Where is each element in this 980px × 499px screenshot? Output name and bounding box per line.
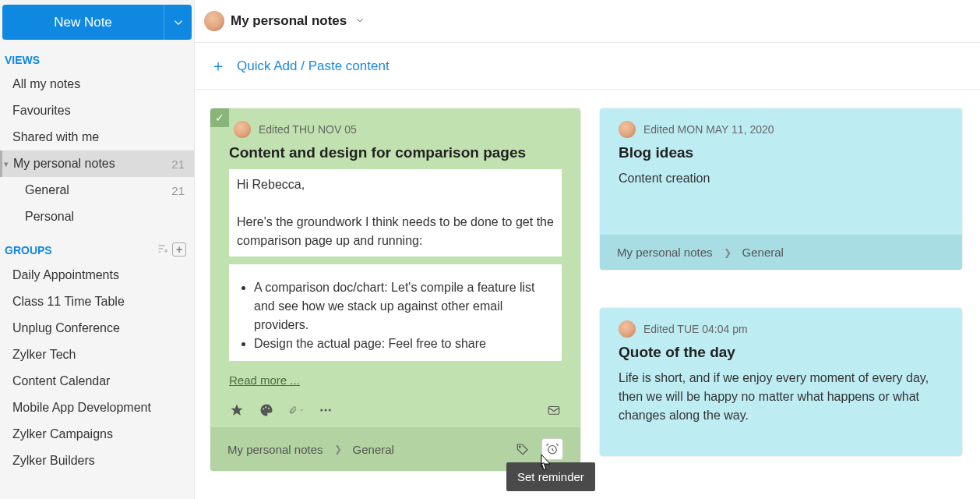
sidebar-item-general[interactable]: General 21 [0, 177, 194, 203]
note-bullet: A comparison doc/chart: Let's compile a … [254, 278, 554, 334]
groups-header: GROUPS + [0, 238, 194, 262]
avatar [234, 121, 251, 138]
selected-check-icon[interactable]: ✓ [210, 108, 229, 127]
note-card-comparison-pages[interactable]: ✓ Edited THU NOV 05 Content and design f… [210, 108, 580, 471]
edited-label: Edited MON MAY 11, 2020 [643, 123, 774, 136]
svg-point-5 [265, 406, 266, 408]
note-footer: My personal notes ❯ General [600, 235, 962, 270]
sidebar-item-shared-with-me[interactable]: Shared with me [0, 124, 194, 150]
quick-add-button[interactable]: ＋ Quick Add / Paste content [195, 43, 980, 90]
chevron-right-icon: ❯ [334, 444, 342, 455]
note-body: Hi Rebecca, Here's the groundwork I thin… [229, 169, 562, 257]
sidebar-item-personal[interactable]: Personal [0, 203, 194, 230]
favourite-icon[interactable] [229, 402, 245, 418]
sidebar-item-zylker-tech[interactable]: Zylker Tech [0, 342, 194, 368]
tooltip-set-reminder: Set reminder [506, 462, 595, 491]
sidebar-item-label: My personal notes [13, 157, 115, 171]
avatar [204, 11, 224, 31]
breadcrumb-parent[interactable]: My personal notes [617, 246, 713, 259]
chevron-down-icon [299, 406, 304, 414]
palette-icon[interactable] [259, 402, 274, 418]
chevron-down-icon: ▾ [4, 159, 12, 169]
sidebar-item-label: Favourites [12, 104, 71, 118]
sidebar-item-label: All my notes [12, 77, 80, 91]
add-group-button[interactable]: + [172, 242, 186, 257]
note-toolbar [210, 396, 580, 427]
note-title: Content and design for comparison pages [210, 144, 580, 169]
topbar: My personal notes [195, 0, 980, 43]
svg-point-7 [320, 409, 323, 412]
envelope-icon[interactable] [546, 402, 562, 418]
sidebar-item-label: Mobile App Development [12, 401, 151, 415]
svg-point-11 [519, 446, 520, 448]
sidebar-item-label: Zylker Tech [12, 348, 76, 362]
svg-rect-10 [548, 407, 559, 415]
views-header-label: VIEWS [5, 54, 40, 66]
quick-add-label: Quick Add / Paste content [237, 58, 390, 74]
avatar [619, 121, 636, 138]
edited-label: Edited THU NOV 05 [259, 123, 357, 136]
note-title: Blog ideas [600, 144, 962, 169]
svg-point-4 [263, 408, 264, 409]
svg-point-3 [165, 250, 167, 252]
new-note-button[interactable]: New Note [2, 5, 192, 40]
sidebar-item-label: Shared with me [12, 130, 99, 144]
tooltip-label: Set reminder [517, 470, 584, 483]
sidebar-item-mobile-app-development[interactable]: Mobile App Development [0, 395, 194, 421]
plus-icon: ＋ [210, 55, 226, 76]
sidebar-item-content-calendar[interactable]: Content Calendar [0, 368, 194, 395]
sidebar-item-unplug-conference[interactable]: Unplug Conference [0, 315, 194, 342]
note-body: Life is short, and if we enjoy every mom… [600, 369, 962, 456]
note-body: Content creation [600, 169, 962, 235]
note-intro: Here's the groundwork I think needs to b… [237, 213, 554, 250]
note-card-blog-ideas[interactable]: Edited MON MAY 11, 2020 Blog ideas Conte… [600, 108, 962, 270]
set-reminder-button[interactable] [541, 438, 563, 460]
sidebar-item-label: Zylker Builders [12, 454, 95, 468]
note-greeting: Hi Rebecca, [237, 175, 554, 194]
avatar [619, 320, 636, 338]
views-header: VIEWS [0, 49, 194, 71]
note-title: Quote of the day [600, 344, 962, 369]
sidebar-item-zylker-builders[interactable]: Zylker Builders [0, 448, 194, 474]
attachment-icon[interactable] [288, 402, 304, 418]
note-card-quote-of-the-day[interactable]: Edited TUE 04:04 pm Quote of the day Lif… [600, 308, 962, 456]
sidebar-item-favourites[interactable]: Favourites [0, 97, 194, 124]
note-bullet: Design the actual page: Feel free to sha… [254, 334, 554, 353]
sidebar-item-label: General [25, 183, 69, 197]
read-more-link[interactable]: Read more ... [210, 369, 580, 396]
breadcrumb-child[interactable]: General [353, 443, 394, 456]
edited-label: Edited TUE 04:04 pm [643, 323, 748, 335]
svg-point-6 [268, 408, 270, 409]
sidebar-item-label: Daily Appointments [12, 268, 119, 282]
breadcrumb-parent[interactable]: My personal notes [227, 443, 323, 456]
page-title: My personal notes [231, 13, 347, 29]
sidebar: New Note VIEWS All my notes Favourites S… [0, 0, 195, 499]
sidebar-item-count: 21 [171, 184, 185, 197]
note-body-list: A comparison doc/chart: Let's compile a … [229, 264, 562, 361]
breadcrumb-child[interactable]: General [742, 246, 784, 259]
sidebar-item-label: Class 11 Time Table [12, 295, 125, 309]
tag-icon[interactable] [515, 441, 531, 457]
svg-point-9 [329, 409, 331, 412]
cards-area: ✓ Edited THU NOV 05 Content and design f… [195, 90, 980, 127]
sidebar-item-all-notes[interactable]: All my notes [0, 71, 194, 97]
more-icon[interactable] [318, 402, 333, 418]
sidebar-item-label: Unplug Conference [12, 321, 120, 335]
main-area: My personal notes ＋ Quick Add / Paste co… [195, 0, 980, 499]
sidebar-item-daily-appointments[interactable]: Daily Appointments [0, 262, 194, 288]
new-note-dropdown[interactable] [164, 5, 192, 40]
sidebar-item-label: Zylker Campaigns [12, 427, 113, 441]
new-note-label: New Note [2, 15, 164, 30]
sidebar-item-count: 21 [171, 157, 185, 171]
title-dropdown[interactable] [354, 15, 365, 28]
sort-icon[interactable] [157, 242, 169, 257]
sidebar-item-label: Personal [25, 210, 74, 224]
sidebar-item-my-personal-notes[interactable]: ▾ My personal notes 21 [0, 150, 194, 177]
groups-header-label: GROUPS [5, 244, 52, 257]
sidebar-item-label: Content Calendar [12, 374, 110, 388]
svg-point-8 [325, 409, 327, 412]
sidebar-item-class-11-time-table[interactable]: Class 11 Time Table [0, 288, 194, 315]
alarm-clock-icon [545, 442, 559, 456]
sidebar-item-zylker-campaigns[interactable]: Zylker Campaigns [0, 421, 194, 448]
chevron-right-icon: ❯ [724, 247, 731, 258]
